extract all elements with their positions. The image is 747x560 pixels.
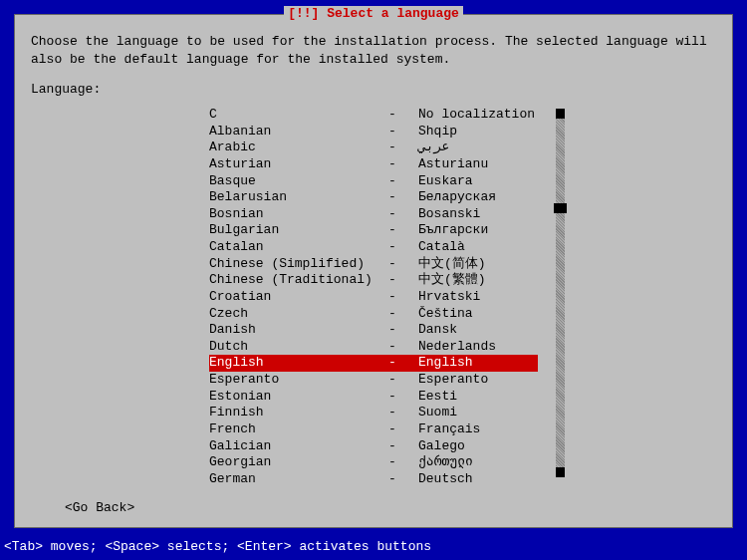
language-native: عربي [418, 140, 538, 156]
language-native: Български [418, 222, 538, 239]
language-row[interactable]: C-No localization [209, 107, 538, 124]
separator: - [388, 372, 418, 389]
language-name: Arabic [209, 140, 388, 156]
scroll-down-icon[interactable] [556, 467, 565, 477]
dialog: [!!] Select a language Choose the langua… [14, 14, 733, 528]
language-row[interactable]: Danish-Dansk [209, 322, 538, 339]
language-native: Esperanto [418, 372, 538, 389]
separator: - [388, 189, 418, 206]
language-row[interactable]: Finnish-Suomi [209, 405, 538, 421]
language-name: Bosnian [209, 206, 388, 223]
separator: - [388, 272, 418, 289]
language-row[interactable]: German-Deutsch [209, 471, 538, 488]
separator: - [388, 471, 418, 488]
separator: - [388, 173, 418, 190]
language-row[interactable]: Bulgarian-Български [209, 222, 538, 239]
language-native: Galego [418, 438, 538, 455]
language-native: Nederlands [418, 339, 538, 356]
footer-hint: <Tab> moves; <Space> selects; <Enter> ac… [4, 539, 431, 554]
separator: - [388, 156, 418, 173]
language-row[interactable]: Georgian-ქართული [209, 454, 538, 471]
language-native: Bosanski [418, 206, 538, 223]
language-native: English [418, 355, 538, 372]
language-name: C [209, 107, 388, 124]
language-native: Shqip [418, 124, 538, 140]
language-native: Hrvatski [418, 289, 538, 306]
language-name: Estonian [209, 389, 388, 406]
language-native: 中文(简体) [418, 256, 538, 273]
language-name: Catalan [209, 239, 388, 256]
language-native: Eesti [418, 389, 538, 406]
instruction-text: Choose the language to be used for the i… [31, 33, 716, 68]
scrollbar[interactable] [556, 109, 565, 477]
language-name: Danish [209, 322, 388, 339]
dialog-title: [!!] Select a language [284, 6, 463, 21]
language-row[interactable]: French-Français [209, 421, 538, 438]
language-row[interactable]: Galician-Galego [209, 438, 538, 455]
language-native: Suomi [418, 405, 538, 421]
separator: - [388, 405, 418, 421]
separator: - [388, 389, 418, 406]
separator: - [388, 206, 418, 223]
separator: - [388, 355, 418, 372]
language-name: French [209, 421, 388, 438]
separator: - [388, 239, 418, 256]
language-native: ქართული [418, 454, 538, 471]
language-row[interactable]: Estonian-Eesti [209, 389, 538, 406]
language-row[interactable]: Albanian-Shqip [209, 124, 538, 140]
separator: - [388, 339, 418, 356]
language-row[interactable]: Bosnian-Bosanski [209, 206, 538, 223]
language-row[interactable]: Asturian-Asturianu [209, 156, 538, 173]
language-list[interactable]: C-No localizationAlbanian-ShqipArabic-عر… [209, 107, 538, 487]
language-row[interactable]: Belarusian-Беларуская [209, 189, 538, 206]
separator: - [388, 124, 418, 140]
language-name: Galician [209, 438, 388, 455]
separator: - [388, 140, 418, 156]
language-native: Беларуская [418, 189, 538, 206]
language-name: Bulgarian [209, 222, 388, 239]
language-row[interactable]: Catalan-Català [209, 239, 538, 256]
language-name: Chinese (Simplified) [209, 256, 388, 273]
separator: - [388, 438, 418, 455]
separator: - [388, 421, 418, 438]
language-name: Finnish [209, 405, 388, 421]
language-name: Asturian [209, 156, 388, 173]
language-native: Euskara [418, 173, 538, 190]
language-name: English [209, 355, 388, 372]
language-native: Français [418, 421, 538, 438]
language-name: Basque [209, 173, 388, 190]
separator: - [388, 222, 418, 239]
language-native: 中文(繁體) [418, 272, 538, 289]
separator: - [388, 256, 418, 273]
language-row[interactable]: Chinese (Simplified)-中文(简体) [209, 256, 538, 273]
language-row[interactable]: Dutch-Nederlands [209, 339, 538, 356]
language-row[interactable]: Arabic-عربي [209, 140, 538, 156]
language-list-wrap: C-No localizationAlbanian-ShqipArabic-عر… [31, 107, 716, 487]
dialog-content: Choose the language to be used for the i… [15, 15, 732, 487]
scroll-thumb[interactable] [554, 203, 567, 213]
language-name: German [209, 471, 388, 488]
separator: - [388, 107, 418, 124]
language-name: Esperanto [209, 372, 388, 389]
separator: - [388, 289, 418, 306]
language-name: Croatian [209, 289, 388, 306]
language-name: Dutch [209, 339, 388, 356]
separator: - [388, 322, 418, 339]
language-native: Čeština [418, 306, 538, 323]
language-row[interactable]: English-English [209, 355, 538, 372]
scroll-up-icon[interactable] [556, 109, 565, 119]
language-row[interactable]: Basque-Euskara [209, 173, 538, 190]
language-name: Belarusian [209, 189, 388, 206]
language-row[interactable]: Esperanto-Esperanto [209, 372, 538, 389]
language-name: Albanian [209, 124, 388, 140]
language-row[interactable]: Croatian-Hrvatski [209, 289, 538, 306]
language-row[interactable]: Czech-Čeština [209, 306, 538, 323]
language-native: Asturianu [418, 156, 538, 173]
language-native: Català [418, 239, 538, 256]
field-label: Language: [31, 82, 716, 97]
language-row[interactable]: Chinese (Traditional)-中文(繁體) [209, 272, 538, 289]
language-native: No localization [418, 107, 538, 124]
go-back-button[interactable]: <Go Back> [65, 500, 134, 515]
separator: - [388, 306, 418, 323]
title-bar: [!!] Select a language [15, 6, 732, 21]
